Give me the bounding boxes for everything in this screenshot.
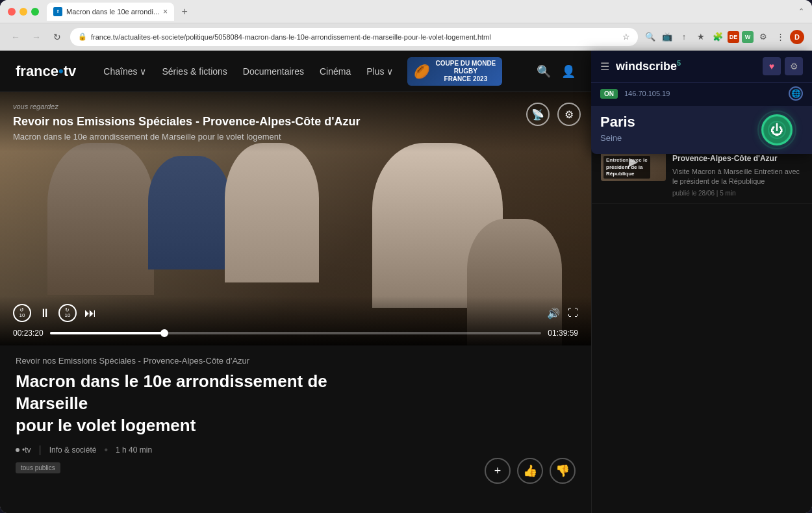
vpn-signal-visual: ⏻ xyxy=(751,114,803,146)
nav-chaines[interactable]: Chaînes ∨ xyxy=(97,62,153,81)
francetv-header: france•tv Chaînes ∨ Séries & fictions Do… xyxy=(0,51,591,92)
video-top-overlay: vous regardez Revoir nos Emissions Spéci… xyxy=(0,92,591,152)
header-profile-icon[interactable]: 👤 xyxy=(561,64,576,79)
add-to-list-button[interactable]: + xyxy=(485,458,511,484)
bookmark-icon[interactable]: ★ xyxy=(694,30,708,44)
like-button[interactable]: 👍 xyxy=(517,458,543,484)
rugby-ball-icon: 🏉 xyxy=(414,64,430,79)
content-area: france•tv Chaînes ∨ Séries & fictions Do… xyxy=(0,51,812,513)
thumb-play-icon-2: ▶ xyxy=(629,155,638,169)
nav-plus[interactable]: Plus ∨ xyxy=(360,62,400,81)
video-title-sub: Macron dans le 10e arrondissement de Mar… xyxy=(13,132,578,142)
nav-series[interactable]: Séries & fictions xyxy=(155,62,233,81)
video-info: Revoir nos Emissions Spéciales - Provenc… xyxy=(0,345,591,484)
search-icon[interactable]: 🔍 xyxy=(643,30,657,44)
francetv-logo[interactable]: france•tv xyxy=(16,63,76,80)
tab-bar: f Macron dans le 10e arrondi... × + xyxy=(47,3,798,21)
browser-window: f Macron dans le 10e arrondi... × + ⌃ ← … xyxy=(0,0,812,513)
nav-cinema[interactable]: Cinéma xyxy=(313,62,357,81)
windscribe-settings-icon[interactable]: ⚙ xyxy=(785,57,803,75)
puzzle-piece-icon[interactable]: ⚙ xyxy=(756,30,770,44)
vpn-extension-icon[interactable]: DE xyxy=(728,31,739,43)
progress-fill xyxy=(50,332,164,334)
main-video-title: Macron dans le 10e arrondissement de Mar… xyxy=(16,371,392,436)
screen-cast-icon[interactable]: 📺 xyxy=(660,30,674,44)
signal-arc-inner xyxy=(768,121,786,139)
vpn-city: Paris xyxy=(600,114,742,131)
title-bar: f Macron dans le 10e arrondi... × + ⌃ xyxy=(0,0,812,23)
header-right-icons: 🔍 👤 xyxy=(537,64,576,79)
playback-controls-row: ↺10 ⏸ ↻10 ⏭ 🔊 ⛶ xyxy=(13,304,578,322)
series-title: Revoir nos Emissions Spéciales - Provenc… xyxy=(16,356,576,366)
video-top-icons: 📡 ⚙ xyxy=(526,103,581,126)
active-tab[interactable]: f Macron dans le 10e arrondi... × xyxy=(47,3,174,21)
dislike-button[interactable]: 👎 xyxy=(550,458,576,484)
windscribe-header-icons: ♥ ⚙ xyxy=(763,57,803,75)
vpn-location: Paris Seine xyxy=(600,114,742,143)
person-figure-3 xyxy=(225,143,320,282)
fullscreen-button[interactable]: ⛶ xyxy=(568,307,578,319)
volume-icon[interactable]: 🔊 xyxy=(547,307,560,319)
channel-dot-icon xyxy=(16,448,19,452)
nav-documentaires[interactable]: Documentaires xyxy=(236,62,311,81)
more-tools-icon[interactable]: ⋮ xyxy=(773,30,787,44)
tab-title: Macron dans le 10e arrondi... xyxy=(66,8,159,16)
url-input[interactable]: 🔒 france.tv/actualites-et-societe/politi… xyxy=(70,28,638,46)
video-metadata: •tv | Info & société • 1 h 40 min xyxy=(16,444,576,456)
traffic-lights xyxy=(8,8,39,16)
video-player[interactable]: vous regardez Revoir nos Emissions Spéci… xyxy=(0,92,591,345)
share-icon[interactable]: ↑ xyxy=(677,30,691,44)
video-duration: 1 h 40 min xyxy=(116,445,152,455)
rugby-badge-text: COUPE DU MONDE RUGBY FRANCE 2023 xyxy=(435,60,496,83)
extensions-icon[interactable]: 🧩 xyxy=(711,30,725,44)
watching-label: vous regardez xyxy=(13,103,578,110)
new-tab-button[interactable]: + xyxy=(177,4,192,19)
current-time: 00:23:20 xyxy=(13,329,44,338)
windscribe-header: ☰ windscribe5 ♥ ⚙ xyxy=(591,51,812,82)
progress-track[interactable] xyxy=(50,332,542,334)
windscribe-menu-icon[interactable]: ☰ xyxy=(600,60,609,73)
reload-button[interactable]: ↻ xyxy=(49,29,65,45)
progress-thumb xyxy=(160,329,168,337)
globe-icon: 🌐 xyxy=(789,86,803,101)
person-figure-2 xyxy=(148,156,231,270)
video-action-buttons: + 👍 👎 xyxy=(485,458,576,484)
video-category: Info & société xyxy=(49,445,97,455)
next-button[interactable]: ⏭ xyxy=(84,307,96,320)
total-time: 01:39:59 xyxy=(548,329,578,338)
back-button[interactable]: ← xyxy=(8,29,23,45)
header-search-icon[interactable]: 🔍 xyxy=(537,64,551,79)
francetv-nav: Chaînes ∨ Séries & fictions Documentaire… xyxy=(97,57,537,86)
sidebar-card-date-2: publié le 28/06 | 5 min xyxy=(672,190,803,197)
windscribe-main: Paris Seine ⏻ xyxy=(591,106,812,154)
rugby-badge[interactable]: 🏉 COUPE DU MONDE RUGBY FRANCE 2023 xyxy=(407,57,502,86)
minimize-window-button[interactable] xyxy=(19,8,27,16)
profile-icon[interactable]: D xyxy=(790,30,804,44)
settings-icon[interactable]: ⚙ xyxy=(557,103,581,126)
pause-button[interactable]: ⏸ xyxy=(39,307,51,320)
vpn-region: Seine xyxy=(600,133,742,143)
tous-publics-badge: tous publics xyxy=(16,462,60,473)
sidebar-thumb-overlay-2: Entretien avec leprésident de laRépubliq… xyxy=(603,156,650,179)
close-tab-button[interactable]: × xyxy=(163,7,168,16)
airplay-icon[interactable]: 📡 xyxy=(526,103,550,126)
ssl-lock-icon: 🔒 xyxy=(78,32,87,41)
windscribe-extension-icon[interactable]: W xyxy=(742,31,754,43)
close-window-button[interactable] xyxy=(8,8,16,16)
windscribe-favorites-icon[interactable]: ♥ xyxy=(763,57,781,75)
forward-10s-button[interactable]: ↻10 xyxy=(58,304,77,322)
video-controls: ↺10 ⏸ ↻10 ⏭ 🔊 ⛶ 00:23:20 xyxy=(0,296,591,345)
tab-favicon-icon: f xyxy=(53,7,62,16)
url-text: france.tv/actualites-et-societe/politiqu… xyxy=(91,33,618,41)
maximize-window-button[interactable] xyxy=(31,8,39,16)
francetv-main-content: france•tv Chaînes ∨ Séries & fictions Do… xyxy=(0,51,591,513)
vpn-ip-address: 146.70.105.19 xyxy=(624,90,782,97)
bookmark-star-icon[interactable]: ☆ xyxy=(622,32,630,42)
forward-button[interactable]: → xyxy=(29,29,44,45)
rewind-10s-button[interactable]: ↺10 xyxy=(13,304,31,322)
window-controls: ⌃ xyxy=(798,7,804,16)
address-bar: ← → ↻ 🔒 france.tv/actualites-et-societe/… xyxy=(0,23,812,51)
video-title-main: Revoir nos Emissions Spéciales - Provenc… xyxy=(13,114,578,129)
windscribe-logo: windscribe5 xyxy=(616,59,756,73)
windscribe-popup: ☰ windscribe5 ♥ ⚙ ON 146.70.105.19 🌐 Par… xyxy=(591,51,812,154)
